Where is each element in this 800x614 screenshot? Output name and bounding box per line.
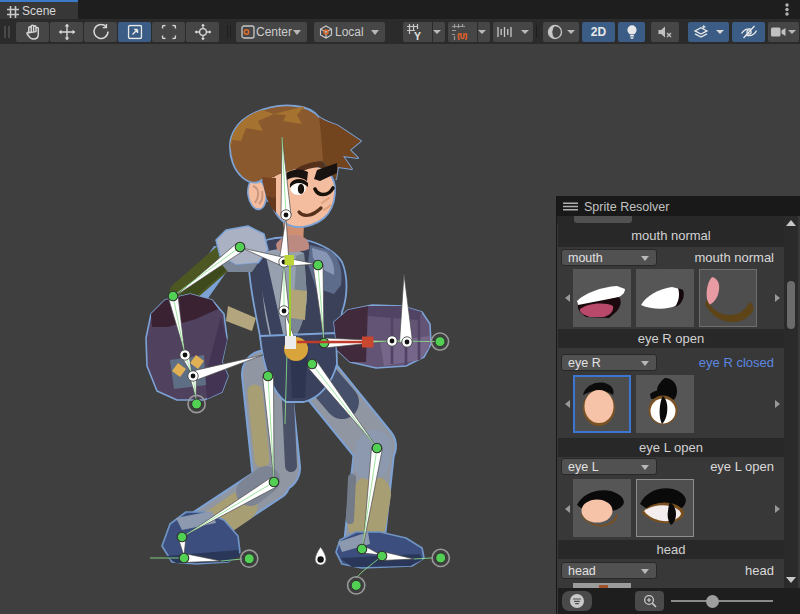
svg-text:Y: Y [414,30,421,41]
